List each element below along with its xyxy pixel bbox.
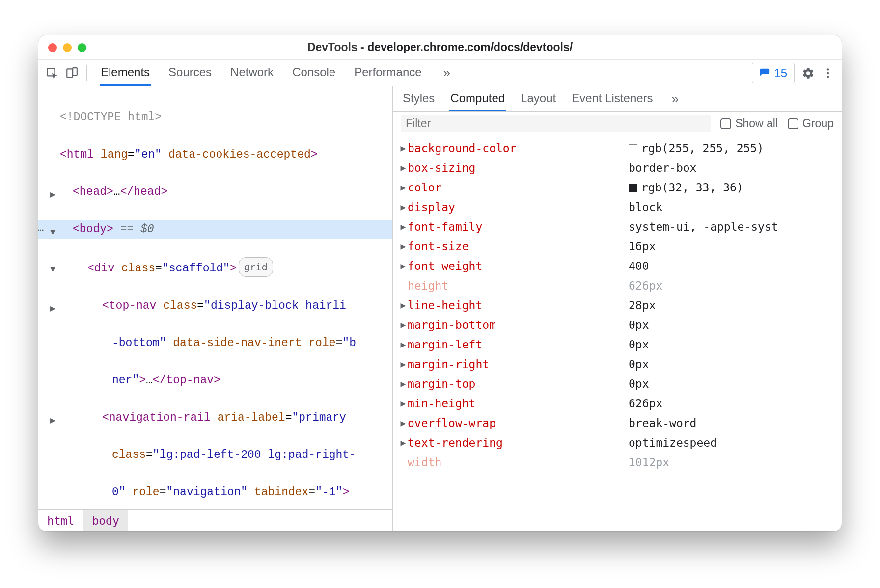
computed-property-value: system-ui, -apple-syst <box>629 217 778 237</box>
subtabs-overflow-icon[interactable]: » <box>668 91 683 107</box>
computed-property-name: font-family <box>408 217 629 237</box>
computed-property-name: height <box>408 276 629 295</box>
computed-row[interactable]: ▶font-familysystem-ui, -apple-syst <box>393 217 842 237</box>
kebab-menu-icon[interactable] <box>818 63 838 83</box>
dom-tree[interactable]: <!DOCTYPE html> <html lang="en" data-coo… <box>38 86 392 509</box>
computed-property-name: line-height <box>408 295 629 315</box>
expand-icon[interactable]: ▶ <box>399 256 408 276</box>
window-title: DevTools - developer.chrome.com/docs/dev… <box>48 41 832 54</box>
expand-icon[interactable]: ▶ <box>399 237 408 256</box>
computed-property-name: min-height <box>408 394 629 413</box>
computed-property-name: display <box>408 197 629 217</box>
issues-button[interactable]: 15 <box>752 63 795 83</box>
show-all-checkbox[interactable]: Show all <box>720 117 778 130</box>
computed-row[interactable]: ▶line-height28px <box>393 295 842 315</box>
device-toggle-icon[interactable] <box>62 63 82 83</box>
svg-point-5 <box>827 76 829 78</box>
tab-elements[interactable]: Elements <box>100 60 151 86</box>
computed-property-value: 0px <box>629 374 649 394</box>
computed-row[interactable]: ▶min-height626px <box>393 394 842 413</box>
close-window-button[interactable] <box>48 43 57 52</box>
expand-icon[interactable]: ▶ <box>399 394 408 413</box>
expand-icon[interactable]: ▶ <box>399 335 408 354</box>
panels-container: <!DOCTYPE html> <html lang="en" data-coo… <box>38 86 842 531</box>
computed-row[interactable]: ▶margin-right0px <box>393 354 842 374</box>
computed-property-value: 626px <box>629 276 662 295</box>
group-checkbox[interactable]: Group <box>788 117 834 130</box>
styles-panel: Styles Computed Layout Event Listeners »… <box>393 86 842 531</box>
grid-badge[interactable]: grid <box>239 257 273 277</box>
expand-icon[interactable]: ▶ <box>399 413 408 433</box>
tab-console[interactable]: Console <box>291 60 336 86</box>
main-toolbar: Elements Sources Network Console Perform… <box>38 60 842 86</box>
computed-property-value: 1012px <box>629 453 669 472</box>
maximize-window-button[interactable] <box>78 43 86 52</box>
breadcrumb-body[interactable]: body <box>83 510 128 531</box>
panel-tabs: Elements Sources Network Console Perform… <box>100 60 454 86</box>
computed-property-name: box-sizing <box>408 158 629 178</box>
inspect-element-icon[interactable] <box>42 63 62 83</box>
tab-network[interactable]: Network <box>229 60 275 86</box>
computed-row[interactable]: ▶overflow-wrapbreak-word <box>393 413 842 433</box>
subtab-event-listeners[interactable]: Event Listeners <box>571 86 654 111</box>
tabs-overflow-icon[interactable]: » <box>440 65 454 80</box>
expand-icon[interactable]: ▶ <box>399 158 408 178</box>
subtab-computed[interactable]: Computed <box>449 86 506 111</box>
computed-row[interactable]: ▶font-size16px <box>393 237 842 256</box>
tab-performance[interactable]: Performance <box>353 60 422 86</box>
minimize-window-button[interactable] <box>63 43 72 52</box>
expand-icon[interactable]: ▶ <box>399 315 408 335</box>
computed-property-name: margin-top <box>408 374 629 394</box>
computed-row[interactable]: ▶font-weight400 <box>393 256 842 276</box>
computed-property-name: width <box>408 453 629 472</box>
svg-rect-2 <box>73 68 77 75</box>
computed-property-name: margin-left <box>408 335 629 354</box>
doctype-node[interactable]: <!DOCTYPE html> <box>60 111 162 124</box>
computed-row[interactable]: ▶box-sizingborder-box <box>393 158 842 178</box>
breadcrumb-html[interactable]: html <box>38 510 83 531</box>
computed-row[interactable]: ▶background-colorrgb(255, 255, 255) <box>393 138 842 158</box>
computed-row[interactable]: ▶text-renderingoptimizespeed <box>393 433 842 453</box>
computed-row[interactable]: ▶colorrgb(32, 33, 36) <box>393 178 842 197</box>
filter-input[interactable] <box>406 117 550 130</box>
computed-property-name: font-weight <box>408 256 629 276</box>
settings-icon[interactable] <box>798 63 818 83</box>
computed-properties-list: ▶background-colorrgb(255, 255, 255)▶box-… <box>393 135 842 531</box>
computed-property-value: 0px <box>629 315 649 335</box>
computed-property-value: break-word <box>629 413 696 433</box>
svg-point-4 <box>827 72 829 74</box>
computed-row[interactable]: ▶margin-top0px <box>393 374 842 394</box>
color-swatch[interactable] <box>629 184 637 192</box>
computed-property-value: 400 <box>629 256 649 276</box>
computed-property-value: 16px <box>629 237 656 256</box>
tab-sources[interactable]: Sources <box>167 60 213 86</box>
subtab-layout[interactable]: Layout <box>520 86 557 111</box>
computed-property-value: 28px <box>629 295 656 315</box>
computed-property-name: text-rendering <box>408 433 629 453</box>
expand-icon[interactable]: ▶ <box>399 138 408 158</box>
computed-property-name: overflow-wrap <box>408 413 629 433</box>
computed-row[interactable]: width1012px <box>393 453 842 472</box>
computed-row[interactable]: ▶displayblock <box>393 197 842 217</box>
expand-icon[interactable]: ▶ <box>399 295 408 315</box>
computed-property-name: margin-right <box>408 354 629 374</box>
traffic-lights <box>48 43 86 52</box>
issues-count: 15 <box>774 66 787 80</box>
dom-breadcrumb: html body <box>38 509 392 531</box>
expand-icon[interactable]: ▶ <box>399 217 408 237</box>
expand-icon[interactable]: ▶ <box>399 374 408 394</box>
computed-property-value: rgb(32, 33, 36) <box>629 178 743 197</box>
expand-icon[interactable]: ▶ <box>399 433 408 453</box>
selected-body-node[interactable]: ⋯▼<body> == $0 <box>38 220 392 239</box>
subtab-styles[interactable]: Styles <box>402 86 436 111</box>
computed-property-value: rgb(255, 255, 255) <box>629 138 764 158</box>
computed-property-value: 626px <box>629 394 662 413</box>
computed-row[interactable]: height626px <box>393 276 842 295</box>
color-swatch[interactable] <box>629 144 637 153</box>
expand-icon[interactable]: ▶ <box>399 178 408 197</box>
computed-row[interactable]: ▶margin-bottom0px <box>393 315 842 335</box>
computed-row[interactable]: ▶margin-left0px <box>393 335 842 354</box>
expand-icon[interactable]: ▶ <box>399 197 408 217</box>
expand-icon[interactable]: ▶ <box>399 354 408 374</box>
computed-property-value: border-box <box>629 158 696 178</box>
